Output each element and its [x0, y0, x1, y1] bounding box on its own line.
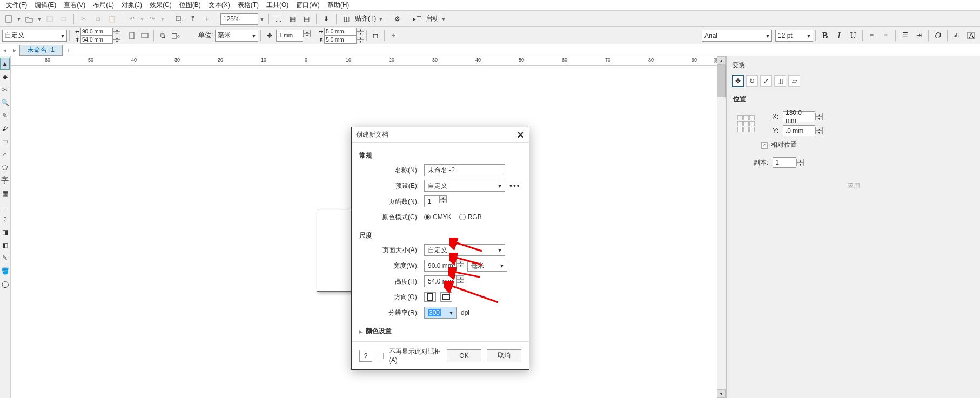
launch-label[interactable]: 启动 — [425, 14, 440, 23]
show-grid-button[interactable]: ▤ — [300, 12, 313, 25]
text-tool[interactable]: 字 — [0, 174, 10, 186]
nudge-down[interactable]: ▾ — [303, 33, 311, 37]
unit-dropdown[interactable]: 毫米▾ — [215, 30, 258, 42]
relative-checkbox[interactable]: ✓ — [761, 142, 768, 149]
crop-tool[interactable]: ✂ — [0, 84, 10, 96]
relative-checkbox-row[interactable]: ✓ 相对位置 — [731, 140, 976, 150]
artistic-media-tool[interactable]: 🖌 — [0, 123, 10, 134]
menu-file[interactable]: 文件(F) — [2, 1, 31, 10]
tab-next[interactable]: ▸ — [10, 45, 19, 56]
polygon-tool[interactable]: ⬠ — [0, 161, 10, 173]
size-tab[interactable]: ◫ — [774, 75, 786, 87]
text-options-button[interactable]: A — [964, 30, 978, 42]
color-settings-expander[interactable]: ▸ 颜色设置 — [359, 327, 521, 336]
nudge-up[interactable]: ▴ — [303, 30, 311, 33]
snap-dropdown[interactable]: ▾ — [378, 12, 384, 25]
menu-object[interactable]: 对象(J) — [118, 1, 146, 10]
table-tool[interactable]: ▦ — [0, 187, 10, 199]
name-input[interactable] — [424, 164, 505, 176]
page-preset-dropdown[interactable]: 自定义▾ — [2, 30, 67, 42]
copies-input[interactable]: 1 — [773, 157, 796, 168]
menu-bitmap[interactable]: 位图(B) — [176, 1, 205, 10]
cut-button[interactable]: ✂ — [77, 12, 90, 25]
menu-effects[interactable]: 效果(C) — [146, 1, 176, 10]
x-input[interactable]: 130.0 mm — [783, 111, 815, 122]
apply-button[interactable]: 应用 — [731, 179, 976, 193]
list-button[interactable]: ☰ — [898, 30, 912, 42]
skew-tab[interactable]: ▱ — [788, 75, 800, 87]
paste-button[interactable]: 📋 — [105, 12, 118, 25]
indent-button[interactable]: ⇥ — [912, 30, 926, 42]
pages-input[interactable] — [424, 195, 439, 207]
copy-button[interactable]: ⧉ — [91, 12, 104, 25]
fontsize-dropdown[interactable]: 12 pt▾ — [775, 30, 813, 42]
height-input[interactable] — [424, 275, 457, 287]
cancel-button[interactable]: 取消 — [487, 349, 521, 362]
tab-doc1[interactable]: 未命名 -1 — [19, 45, 63, 56]
orient-portrait[interactable] — [424, 292, 436, 302]
eyedropper-tool[interactable]: ✎ — [0, 252, 10, 264]
rgb-radio[interactable] — [459, 214, 466, 220]
zoom-dropdown[interactable]: ▾ — [259, 12, 265, 25]
redo-button[interactable]: ↷ — [146, 12, 159, 25]
anchor-grid[interactable] — [737, 115, 755, 132]
edit-text-button[interactable]: ab| — [950, 30, 964, 42]
fullscreen-button[interactable]: ⛶ — [272, 12, 285, 25]
launch-icon[interactable]: ▸☐ — [411, 12, 424, 25]
pick-tool[interactable]: ▲ — [0, 58, 10, 70]
preset-dropdown[interactable]: 自定义▾ — [424, 180, 505, 192]
help-button[interactable]: ? — [359, 350, 372, 362]
connector-tool[interactable]: ⤴ — [0, 213, 10, 225]
options-button[interactable]: ⚙ — [391, 12, 404, 25]
dimension-tool[interactable]: ⟂ — [0, 200, 10, 212]
nudge-input[interactable] — [276, 30, 303, 42]
outline-tool[interactable]: ◯ — [0, 278, 10, 290]
new-button[interactable] — [2, 12, 15, 25]
menu-tools[interactable]: 工具(O) — [263, 1, 292, 10]
scrollbar-vertical[interactable]: ▴ ▾ — [717, 56, 726, 398]
scroll-up[interactable]: ▴ — [717, 56, 726, 65]
orientation-portrait[interactable] — [125, 29, 138, 42]
ellipse-tool[interactable]: ○ — [0, 149, 10, 160]
transparency-tool[interactable]: ◧ — [0, 239, 10, 251]
new-dropdown[interactable]: ▾ — [16, 12, 22, 25]
width-up[interactable]: ▴ — [113, 28, 120, 31]
dup-x-input[interactable]: 5.0 mm — [324, 28, 357, 36]
underline-button[interactable]: U — [846, 30, 860, 42]
launch-dropdown[interactable]: ▾ — [441, 12, 446, 25]
opentype-button[interactable]: O — [931, 30, 945, 42]
menu-text[interactable]: 文本(X) — [205, 1, 234, 10]
freehand-tool[interactable]: ✎ — [0, 110, 10, 122]
menu-layout[interactable]: 布局(L) — [89, 1, 118, 10]
open-dropdown[interactable]: ▾ — [37, 12, 42, 25]
resolution-input[interactable]: 300▾ — [424, 307, 457, 319]
zoom-input[interactable] — [220, 13, 258, 25]
font-dropdown[interactable]: Arial▾ — [702, 30, 772, 42]
redo-dropdown[interactable]: ▾ — [160, 12, 165, 25]
save-button[interactable] — [43, 12, 56, 25]
undo-button[interactable]: ↶ — [125, 12, 138, 25]
bold-button[interactable]: B — [818, 30, 832, 42]
dup-y-input[interactable]: 5.0 mm — [324, 36, 357, 44]
scroll-thumb[interactable] — [717, 65, 726, 97]
menu-window[interactable]: 窗口(W) — [292, 1, 323, 10]
drop-shadow-tool[interactable]: ◨ — [0, 226, 10, 238]
pagesize-dropdown[interactable]: 自定义▾ — [424, 244, 505, 256]
page-height-input[interactable]: 54.0 mm — [80, 36, 113, 44]
scroll-down[interactable]: ▾ — [717, 389, 726, 398]
tab-add[interactable]: + — [63, 45, 73, 56]
show-rulers-button[interactable]: ▦ — [286, 12, 299, 25]
y-input[interactable]: .0 mm — [783, 125, 815, 136]
page-width-input[interactable]: 90.0 mm — [80, 28, 113, 36]
shape-tool[interactable]: ◆ — [0, 71, 10, 83]
current-page-button[interactable]: ◫₀ — [169, 29, 182, 42]
fill-tool[interactable]: 🪣 — [0, 265, 10, 277]
tab-prev[interactable]: ◂ — [0, 45, 10, 56]
cmyk-radio[interactable] — [424, 214, 431, 220]
search-button[interactable] — [172, 12, 185, 25]
ok-button[interactable]: OK — [447, 349, 481, 362]
height-down[interactable]: ▾ — [113, 39, 120, 43]
menu-edit[interactable]: 编辑(E) — [31, 1, 60, 10]
import-button[interactable]: ⤒ — [186, 12, 199, 25]
print-button[interactable] — [57, 12, 70, 25]
